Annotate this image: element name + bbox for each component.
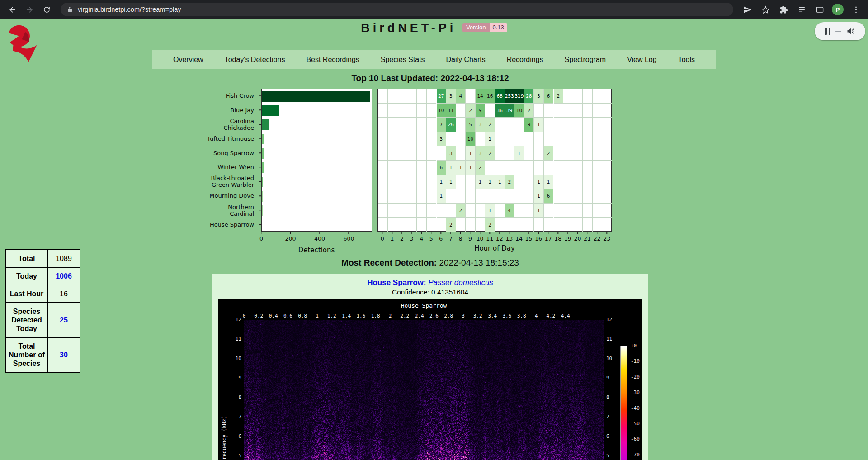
heatmap-cell [602,132,612,147]
heatmap-cell [388,204,398,218]
heatmap-cell: 1 [485,175,495,190]
heatmap-cell [417,218,427,232]
nav-item-tools[interactable]: Tools [678,56,695,64]
sox-time-tick: 1.6 [356,313,365,319]
heatmap-cell [397,175,407,190]
heatmap-cell [554,175,564,190]
heatmap-cell [485,189,495,204]
heatmap-cell [514,204,524,218]
heatmap-cell [427,104,437,118]
sox-time-tick: 0.2 [254,313,263,319]
heatmap-cell [563,175,573,190]
nav-item-view-log[interactable]: View Log [627,56,657,64]
nav-item-species-stats[interactable]: Species Stats [381,56,425,64]
nav-item-today-s-detections[interactable]: Today's Detections [225,56,285,64]
heatmap-cell [583,89,593,104]
heatmap-cell: 1 [534,189,544,204]
heatmap-cell [573,204,583,218]
heatmap-cell [573,118,583,132]
top10-label: Top 10 Last Updated: [351,73,438,83]
side-panel-button[interactable] [812,2,827,17]
nav-item-daily-charts[interactable]: Daily Charts [446,56,486,64]
heatmap-cell: 10 [514,104,524,118]
heatmap-cell [456,218,466,232]
heatmap-cell [417,175,427,190]
bar-axis-label: Detections [298,246,335,254]
bookmark-button[interactable] [758,2,773,17]
heatmap-cell [544,218,554,232]
heatmap-cell [476,132,486,147]
heatmap-cell [378,104,388,118]
nav-item-recordings[interactable]: Recordings [507,56,543,64]
back-button[interactable] [5,2,20,17]
sox-freq-tick: 10 [225,356,241,361]
heatmap-cell: 1 [534,118,544,132]
stats-value[interactable]: 25 [47,303,80,337]
heatmap-cell [378,146,388,161]
hour-axis-tick: 10 [476,235,484,242]
url-text: virginia.birdnetpi.com/?stream=play [78,6,181,13]
profile-button[interactable]: P [830,2,845,17]
stats-value[interactable]: 1006 [47,267,80,285]
heatmap-cell [397,161,407,175]
heatmap-cell [583,218,593,232]
confidence-text: Confidence: 0.41351604 [212,288,648,296]
heatmap-cell [573,146,583,161]
hour-axis-tick: 16 [535,235,542,242]
colorbar [620,346,627,460]
heatmap-cell: 1 [437,175,447,190]
heatmap-cell [456,118,466,132]
detection-title: House Sparrow: Passer domesticus [212,278,648,287]
heatmap-cell [427,204,437,218]
nav-item-overview[interactable]: Overview [173,56,203,64]
heatmap-cell [485,104,495,118]
heatmap-cell [388,218,398,232]
heatmap-cell [378,132,388,147]
heatmap-cell [427,132,437,147]
sox-time-tick: 2.2 [400,313,409,319]
recent-label: Most Recent Detection: [341,258,437,267]
extensions-button[interactable] [776,2,791,17]
species-label: NorthernCardinal [199,203,259,218]
heatmap-cell [476,204,486,218]
heatmap-cell [388,146,398,161]
heatmap-cell [593,161,603,175]
heatmap-cell [466,89,476,104]
heatmap-cell [524,204,534,218]
species-label: Tufted Titmouse [199,132,259,146]
forward-button[interactable] [22,2,37,17]
heatmap-cell [563,146,573,161]
heatmap-cell: 27 [437,89,447,104]
volume-button[interactable] [846,27,855,36]
sox-time-tick: 0.6 [283,313,292,319]
sox-time-tick: 1.4 [342,313,351,319]
hour-axis-tick: 5 [429,235,433,242]
heatmap-cell [407,175,417,190]
heatmap-cell: 9 [476,104,486,118]
nav-item-spectrogram[interactable]: Spectrogram [565,56,606,64]
send-button[interactable] [740,2,755,17]
reload-button[interactable] [39,2,54,17]
stats-row: Total Number of Species30 [6,337,80,372]
stats-value[interactable]: 30 [47,337,80,372]
heatmap-cell [378,218,388,232]
heatmap-cell [583,189,593,204]
heatmap-cell: 39 [505,104,515,118]
pause-button[interactable] [825,28,830,35]
heatmap-cell [554,189,564,204]
detections-bar [262,219,262,230]
heatmap-cell [437,204,447,218]
address-bar[interactable]: virginia.birdnetpi.com/?stream=play [61,3,733,16]
sox-time-tick: 4.4 [561,313,570,319]
menu-button[interactable] [848,2,863,17]
heatmap-cell [593,104,603,118]
heatmap-cell: 3 [437,132,447,147]
reading-list-button[interactable] [794,2,809,17]
hour-axis-tick: 0 [381,235,384,242]
heatmap-cell [476,218,486,232]
sox-freq-tick: 12 [225,317,241,322]
heatmap-cell [544,161,554,175]
seek-bar[interactable] [835,31,841,32]
nav-item-best-recordings[interactable]: Best Recordings [306,56,359,64]
species-label: Black-throatedGreen Warbler [199,175,259,189]
